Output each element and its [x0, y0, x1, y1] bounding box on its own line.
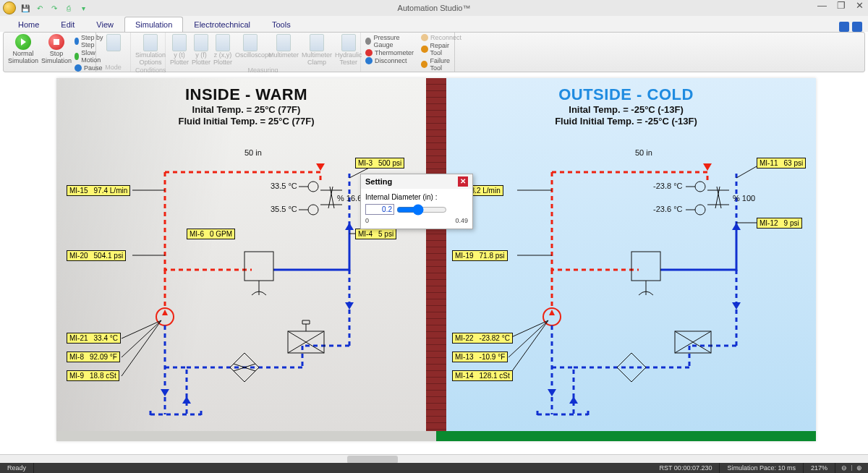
popup-close-button[interactable]: ✕ — [458, 176, 468, 187]
tag-mi22[interactable]: MI-22-23.82 °C — [452, 333, 513, 344]
cold-t1: -23.8 °C — [653, 182, 682, 190]
cold-header: OUTSIDE - COLD Inital Temp. = -25°C (-13… — [436, 78, 816, 128]
cold-init-temp: Inital Temp. = -25°C (-13F) — [436, 104, 816, 116]
reconnect-button[interactable]: Reconnect — [421, 34, 461, 41]
mode-icon — [106, 34, 121, 51]
ribbon-tabs: Home Edit View Simulation Electrotechnic… — [0, 16, 868, 32]
oscilloscope-button[interactable]: Oscilloscope — [235, 34, 265, 59]
title-bar: 💾 ↶ ↷ ⎙ ▾ Automation Studio™ — ❐ ✕ — [0, 0, 868, 16]
pressure-gauge-button[interactable]: Pressure Gauge — [365, 34, 414, 48]
tab-edit[interactable]: Edit — [50, 17, 85, 32]
tab-tools[interactable]: Tools — [261, 17, 302, 32]
ribbon-group-mode: Mode — [96, 33, 131, 72]
diameter-input[interactable] — [365, 204, 394, 215]
qat-save-icon[interactable]: 💾 — [20, 3, 30, 13]
tab-electrotechnical[interactable]: Electrotechnical — [183, 17, 261, 32]
tag-mi13[interactable]: MI-13-10.9 °F — [452, 351, 508, 362]
tag-mi8[interactable]: MI-892.09 °F — [67, 351, 120, 362]
minimize-button[interactable]: — — [817, 0, 827, 11]
group-label: Mode — [101, 64, 126, 72]
thermometer-button[interactable]: Thermometer — [365, 49, 414, 56]
svg-rect-6 — [631, 252, 660, 281]
tab-view[interactable]: View — [85, 17, 124, 32]
qat-print-icon[interactable]: ⎙ — [64, 3, 74, 13]
window-title: Automation Studio™ — [398, 4, 471, 12]
cold-t2: -23.6 °C — [653, 205, 682, 213]
wall-divider — [426, 78, 436, 441]
tag-mi11[interactable]: MI-1163 psi — [757, 158, 806, 169]
normal-simulation-button[interactable]: Normal Simulation — [8, 34, 38, 65]
tab-home[interactable]: Home — [7, 17, 50, 32]
multimeter-clamp-button[interactable]: Multimeter Clamp — [302, 34, 332, 67]
ribbon-group-measuring: y (t) Plotter y (f) Plotter z (x,y) Plot… — [166, 33, 361, 72]
warm-pct: % 16.6 — [337, 194, 362, 203]
svg-point-5 — [543, 308, 561, 325]
stop-simulation-button[interactable]: Stop Simulation — [41, 34, 72, 65]
tag-mi21[interactable]: MI-2133.4 °C — [67, 333, 121, 344]
slider-max: 0.49 — [455, 217, 468, 224]
app-logo — [3, 1, 16, 14]
tag-mi3[interactable]: MI-3500 psi — [355, 158, 404, 169]
diagram-canvas[interactable]: INSIDE - WARM Inital Temp. = 25°C (77F) … — [56, 78, 816, 441]
status-pace: Simulation Pace: 10 ms — [720, 463, 804, 473]
tag-mi12[interactable]: MI-129 psi — [757, 218, 802, 229]
tag-mi15[interactable]: MI-1597.4 L/min — [67, 185, 130, 196]
svg-point-8 — [695, 182, 705, 192]
setting-popup[interactable]: Setting✕ Internal Diameter (in) : 00.49 — [360, 174, 473, 229]
warm-init-temp: Inital Temp. = 25°C (77F) — [56, 104, 436, 116]
ribbon-group-troubleshooting: Pressure Gauge Thermometer Disconnect Re… — [361, 33, 455, 72]
canvas-area[interactable]: INSIDE - WARM Inital Temp. = 25°C (77F) … — [0, 72, 868, 454]
qat-redo-icon[interactable]: ↷ — [49, 3, 59, 13]
repair-tool-button[interactable]: Repair Tool — [421, 42, 461, 56]
help-icon[interactable] — [839, 22, 849, 32]
hydraulic-tester-button[interactable]: Hydraulic Tester — [335, 34, 362, 67]
failure-tool-button[interactable]: Failure Tool — [421, 57, 461, 72]
tag-mi14[interactable]: MI-14128.1 cSt — [452, 370, 513, 381]
tag-mi4[interactable]: MI-45 psi — [355, 229, 396, 239]
quick-access-toolbar: 💾 ↶ ↷ ⎙ ▾ — [20, 3, 88, 13]
cold-panel: OUTSIDE - COLD Inital Temp. = -25°C (-13… — [436, 78, 816, 441]
warm-panel: INSIDE - WARM Inital Temp. = 25°C (77F) … — [56, 78, 436, 441]
svg-point-9 — [695, 205, 705, 215]
qat-more-icon[interactable]: ▾ — [78, 3, 88, 13]
multimeter-button[interactable]: Multimeter — [268, 34, 299, 59]
tag-mi20[interactable]: MI-20504.1 psi — [67, 250, 126, 261]
ribbon-group-control: Normal Simulation Stop Simulation Step b… — [4, 33, 96, 72]
cold-pct: % 100 — [733, 194, 755, 203]
warm-t2: 35.5 °C — [271, 205, 297, 213]
status-bar: Ready RST 00:00:07.230 Simulation Pace: … — [0, 463, 868, 473]
qat-undo-icon[interactable]: ↶ — [35, 3, 45, 13]
warm-length: 50 in — [244, 148, 262, 157]
info-icon[interactable] — [852, 22, 862, 32]
slider-min: 0 — [365, 217, 369, 224]
tag-mi19[interactable]: MI-1971.8 psi — [452, 250, 508, 261]
svg-point-4 — [308, 205, 318, 215]
maximize-button[interactable]: ❐ — [837, 0, 846, 11]
status-rst: RST 00:00:07.230 — [652, 463, 720, 473]
warm-title: INSIDE - WARM — [56, 85, 436, 104]
tag-mi9[interactable]: MI-918.8 cSt — [67, 370, 119, 381]
svg-rect-1 — [244, 252, 273, 281]
tab-simulation[interactable]: Simulation — [124, 17, 183, 32]
ribbon: Normal Simulation Stop Simulation Step b… — [3, 32, 865, 72]
svg-rect-2 — [288, 331, 324, 353]
flask-icon — [143, 34, 158, 51]
disconnect-button[interactable]: Disconnect — [365, 57, 414, 64]
ribbon-group-conditions: Simulation Options Conditions — [131, 33, 166, 72]
status-zoom: 217% — [804, 463, 835, 473]
simulation-options-button[interactable]: Simulation Options — [135, 34, 166, 67]
zoom-controls[interactable]: ⊖⊕ — [835, 464, 868, 472]
yt-plotter-button[interactable]: y (t) Plotter — [170, 34, 189, 67]
yf-plotter-button[interactable]: y (f) Plotter — [192, 34, 210, 67]
cold-fluid-temp: Fluid Initial Temp. = -25°C (-13F) — [436, 116, 816, 127]
status-ready: Ready — [0, 463, 34, 473]
svg-rect-7 — [675, 331, 711, 353]
close-button[interactable]: ✕ — [856, 0, 864, 11]
diameter-slider[interactable] — [396, 204, 447, 216]
zxy-plotter-button[interactable]: z (x,y) Plotter — [213, 34, 232, 67]
warm-fluid-temp: Fluid Initial Temp. = 25°C (77F) — [56, 116, 436, 127]
svg-point-3 — [308, 182, 318, 192]
warm-header: INSIDE - WARM Inital Temp. = 25°C (77F) … — [56, 78, 436, 128]
tag-mi6[interactable]: MI-60 GPM — [187, 229, 235, 239]
popup-label: Internal Diameter (in) : — [365, 193, 468, 201]
